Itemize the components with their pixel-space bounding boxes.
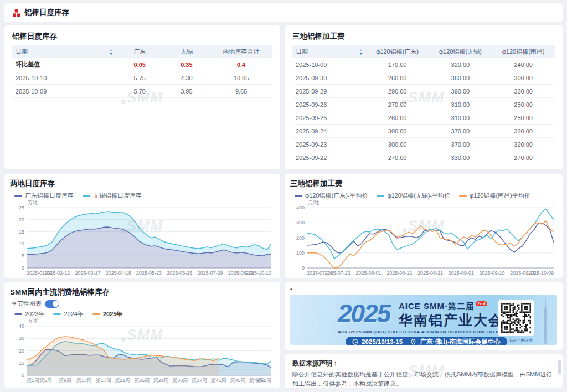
svg-text:100: 100 [296,250,305,256]
value-cell: 5.70 [116,85,163,98]
table-row: 2025-09-26270.00310.00250.00 [292,98,555,111]
location-pin-icon [410,339,416,345]
svg-text:15: 15 [19,229,24,235]
legend-item[interactable]: φ120铝棒(广东)-平均价 [295,192,368,200]
svg-text:2025-07-29: 2025-07-29 [197,270,223,276]
value-cell: 390.00 [429,85,492,98]
svg-text:第21周: 第21周 [115,378,130,383]
value-cell: 370.00 [429,125,492,138]
svg-text:0: 0 [22,265,24,271]
column-header[interactable]: 日期 [292,45,366,58]
seasonal-legend: 2023年2024年2025年 [14,310,275,318]
column-header: φ120铝棒(广东) [366,45,429,58]
legend-item[interactable]: 无锡铝棒日度库存 [83,192,142,200]
value-cell: 250.00 [492,98,555,111]
fee-table-panel: 三地铝棒加工费 日期φ120铝棒(广东)φ120铝棒(无锡)φ120铝棒(南昌)… [285,25,563,169]
legend-label: 2023年 [25,310,44,318]
svg-text:第45周: 第45周 [230,378,245,383]
svg-text:2025-07-23: 2025-07-23 [325,270,350,276]
smm-logo-icon [12,9,20,17]
seasonal-chart-title: SMM国内主流消费地铝棒库存 [10,287,275,298]
legend-item[interactable]: 广东铝棒日度库存 [14,192,74,200]
svg-text:0: 0 [302,265,305,271]
date-cell: 2025-10-10 [12,71,116,85]
disclaimer-body: 除公开信息外的其他数据均是基于公开信息、市场交流、依托SMM内部数据库模型，由S… [292,370,555,388]
conference-banner[interactable]: 2025 AICE SMM-第二届2nd 华南铝产业大会 AICE-2025SM… [290,295,557,345]
legend-mark-icon [14,313,22,315]
value-cell: 9.65 [210,85,272,98]
fee-chart-panel: 三地铝棒加工费 φ120铝棒(广东)-平均价φ120铝棒(无锡)-平均价φ120… [285,174,563,278]
svg-text:2025-02-12: 2025-02-12 [44,270,70,276]
banner-line1: AICE SMM-第二届2nd [399,301,487,312]
scrollbar-thumb[interactable] [558,360,561,374]
svg-text:300: 300 [296,220,305,225]
inventory-table-head: 日期广东无锡两地库存合计 [12,45,272,58]
banner-2nd-badge: 2nd [476,301,487,306]
svg-text:万吨: 万吨 [28,200,38,205]
table-row: 2025-10-095.703.959.65 [12,85,272,98]
date-cell: 2025-09-29 [292,85,366,98]
date-cell: 2025-09-30 [292,71,366,85]
svg-text:400: 400 [296,205,305,210]
banner-date-venue-pill: 2025/10/13-15 广东·佛山-南海国际会展中心 [346,337,507,345]
column-header: φ120铝棒(无锡) [429,45,492,58]
svg-text:5: 5 [22,253,24,259]
legend-item[interactable]: 2025年 [92,310,122,318]
value-cell: 300.00 [366,138,429,151]
value-cell: 270.00 [366,151,429,164]
two-region-legend: 广东铝棒日度库存无锡铝棒日度库存 [14,192,275,200]
disclaimer-title: 数据来源声明： [292,359,555,368]
sort-icon[interactable] [110,49,113,55]
legend-label: 广东铝棒日度库存 [25,192,74,200]
legend-item[interactable]: 2023年 [14,310,44,318]
table-row: 2025-09-19230.00300.00230.00 [292,164,555,170]
value-cell: 290.00 [366,85,429,98]
value-cell: 10.05 [210,71,272,85]
legend-label: 2025年 [103,310,122,318]
value-cell: 310.00 [429,98,492,111]
tower-silhouette [542,297,549,344]
table-row: 2025-09-29290.00390.00330.00 [292,85,555,98]
legend-item[interactable]: 2024年 [53,310,83,318]
svg-text:200: 200 [296,235,305,241]
value-cell: 250.00 [492,111,555,125]
two-region-chart-panel: 两地日度库存 广东铝棒日度库存无锡铝棒日度库存 0510152025万吨2025… [4,174,280,278]
legend-item[interactable]: φ120铝棒(南昌)平均价 [459,192,530,200]
value-cell: 370.00 [429,138,492,151]
svg-text:第41周: 第41周 [211,378,226,383]
sort-icon[interactable] [359,49,363,55]
fee-table-title: 三地铝棒加工费 [292,31,555,42]
svg-text:2025-10-10: 2025-10-10 [246,270,271,276]
fee-chart-title: 三地铝棒加工费 [290,178,557,189]
value-cell: 260.00 [366,71,429,85]
banner-panel-title: - [290,285,557,293]
value-cell: 300.00 [492,71,555,85]
svg-text:第9周: 第9周 [59,378,71,383]
legend-label: φ120铝棒(广东)-平均价 [305,192,368,200]
value-cell: 330.00 [429,151,492,164]
svg-text:第29周: 第29周 [153,378,169,383]
svg-text:2025-09-01: 2025-09-01 [449,270,474,276]
table-row: 2025-10-105.754.3010.05 [12,71,272,85]
fee-chart: 0100200300400元/吨2025-07-142025-07-232025… [290,200,557,276]
legend-item[interactable]: φ120铝棒(无锡)-平均价 [377,192,450,200]
value-cell: 300.00 [429,164,492,170]
date-cell: 2025-10-09 [12,85,116,98]
value-cell: 230.00 [366,164,429,170]
date-cell: 2025-09-19 [292,164,366,170]
column-header: 广东 [116,45,163,58]
svg-text:2025-10-09: 2025-10-09 [528,270,554,276]
column-header[interactable]: 日期 [12,45,116,58]
value-cell: 310.00 [429,111,492,125]
inventory-table-title: 铝棒日度库存 [12,31,272,42]
value-cell: 3.95 [163,85,210,98]
diff-value: 0.35 [163,58,210,71]
seasonal-toggle[interactable] [45,300,59,308]
svg-text:第25周: 第25周 [134,378,150,383]
svg-text:2025-09-10: 2025-09-10 [479,270,504,276]
svg-text:30: 30 [19,336,24,341]
svg-text:10: 10 [19,360,24,366]
legend-mark-icon [53,313,61,315]
svg-text:2025-05-23: 2025-05-23 [136,270,162,276]
date-cell: 2025-09-25 [292,111,366,125]
